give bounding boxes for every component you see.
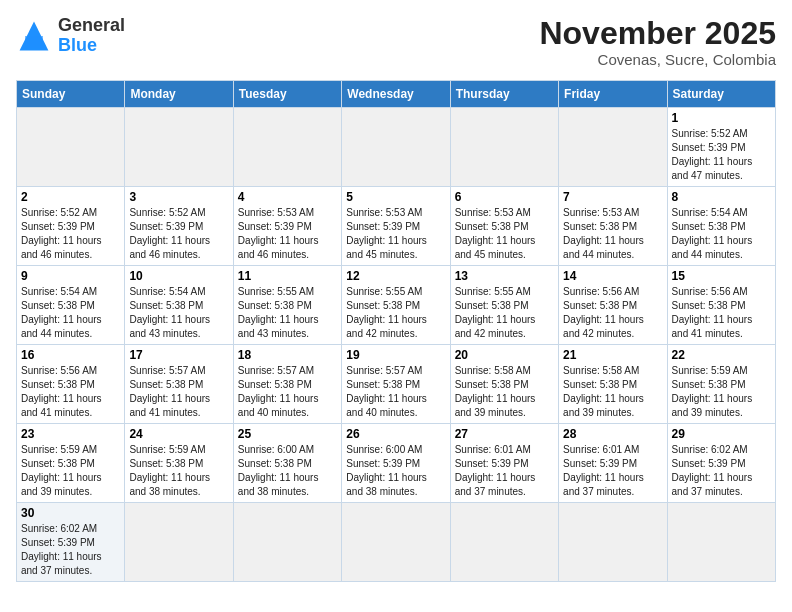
calendar-day-cell: 24Sunrise: 5:59 AM Sunset: 5:38 PM Dayli… xyxy=(125,424,233,503)
day-info: Sunrise: 5:59 AM Sunset: 5:38 PM Dayligh… xyxy=(129,443,228,499)
day-number: 21 xyxy=(563,348,662,362)
calendar-day-cell xyxy=(125,108,233,187)
day-number: 15 xyxy=(672,269,771,283)
day-info: Sunrise: 5:53 AM Sunset: 5:38 PM Dayligh… xyxy=(563,206,662,262)
day-number: 28 xyxy=(563,427,662,441)
calendar-day-cell: 20Sunrise: 5:58 AM Sunset: 5:38 PM Dayli… xyxy=(450,345,558,424)
calendar-day-cell: 16Sunrise: 5:56 AM Sunset: 5:38 PM Dayli… xyxy=(17,345,125,424)
day-info: Sunrise: 5:53 AM Sunset: 5:39 PM Dayligh… xyxy=(346,206,445,262)
day-number: 30 xyxy=(21,506,120,520)
day-number: 2 xyxy=(21,190,120,204)
svg-rect-1 xyxy=(25,36,43,49)
day-number: 10 xyxy=(129,269,228,283)
day-number: 11 xyxy=(238,269,337,283)
day-info: Sunrise: 5:53 AM Sunset: 5:38 PM Dayligh… xyxy=(455,206,554,262)
calendar-week-row: 30Sunrise: 6:02 AM Sunset: 5:39 PM Dayli… xyxy=(17,503,776,582)
day-info: Sunrise: 6:00 AM Sunset: 5:38 PM Dayligh… xyxy=(238,443,337,499)
day-info: Sunrise: 5:57 AM Sunset: 5:38 PM Dayligh… xyxy=(129,364,228,420)
day-number: 16 xyxy=(21,348,120,362)
day-number: 14 xyxy=(563,269,662,283)
day-info: Sunrise: 6:02 AM Sunset: 5:39 PM Dayligh… xyxy=(672,443,771,499)
weekday-header: Sunday xyxy=(17,81,125,108)
calendar-day-cell: 6Sunrise: 5:53 AM Sunset: 5:38 PM Daylig… xyxy=(450,187,558,266)
weekday-header: Thursday xyxy=(450,81,558,108)
calendar-week-row: 2Sunrise: 5:52 AM Sunset: 5:39 PM Daylig… xyxy=(17,187,776,266)
day-number: 19 xyxy=(346,348,445,362)
day-info: Sunrise: 5:54 AM Sunset: 5:38 PM Dayligh… xyxy=(21,285,120,341)
day-info: Sunrise: 5:55 AM Sunset: 5:38 PM Dayligh… xyxy=(238,285,337,341)
calendar-day-cell: 26Sunrise: 6:00 AM Sunset: 5:39 PM Dayli… xyxy=(342,424,450,503)
logo-icon xyxy=(16,18,52,54)
day-number: 3 xyxy=(129,190,228,204)
day-number: 27 xyxy=(455,427,554,441)
day-info: Sunrise: 5:55 AM Sunset: 5:38 PM Dayligh… xyxy=(455,285,554,341)
day-number: 26 xyxy=(346,427,445,441)
calendar-day-cell xyxy=(233,108,341,187)
day-number: 1 xyxy=(672,111,771,125)
calendar-day-cell: 21Sunrise: 5:58 AM Sunset: 5:38 PM Dayli… xyxy=(559,345,667,424)
calendar-day-cell: 15Sunrise: 5:56 AM Sunset: 5:38 PM Dayli… xyxy=(667,266,775,345)
calendar-day-cell: 12Sunrise: 5:55 AM Sunset: 5:38 PM Dayli… xyxy=(342,266,450,345)
location: Covenas, Sucre, Colombia xyxy=(539,51,776,68)
day-number: 17 xyxy=(129,348,228,362)
calendar-day-cell: 22Sunrise: 5:59 AM Sunset: 5:38 PM Dayli… xyxy=(667,345,775,424)
month-title: November 2025 xyxy=(539,16,776,51)
calendar-day-cell: 23Sunrise: 5:59 AM Sunset: 5:38 PM Dayli… xyxy=(17,424,125,503)
day-number: 8 xyxy=(672,190,771,204)
calendar-table: SundayMondayTuesdayWednesdayThursdayFrid… xyxy=(16,80,776,582)
day-number: 5 xyxy=(346,190,445,204)
day-info: Sunrise: 5:56 AM Sunset: 5:38 PM Dayligh… xyxy=(672,285,771,341)
logo: GeneralBlue xyxy=(16,16,125,56)
day-info: Sunrise: 5:54 AM Sunset: 5:38 PM Dayligh… xyxy=(672,206,771,262)
day-info: Sunrise: 5:53 AM Sunset: 5:39 PM Dayligh… xyxy=(238,206,337,262)
day-number: 13 xyxy=(455,269,554,283)
day-number: 7 xyxy=(563,190,662,204)
day-number: 22 xyxy=(672,348,771,362)
day-number: 9 xyxy=(21,269,120,283)
title-block: November 2025 Covenas, Sucre, Colombia xyxy=(539,16,776,68)
calendar-day-cell xyxy=(667,503,775,582)
calendar-day-cell xyxy=(342,108,450,187)
calendar-day-cell xyxy=(125,503,233,582)
calendar-week-row: 16Sunrise: 5:56 AM Sunset: 5:38 PM Dayli… xyxy=(17,345,776,424)
day-info: Sunrise: 6:01 AM Sunset: 5:39 PM Dayligh… xyxy=(455,443,554,499)
day-info: Sunrise: 5:57 AM Sunset: 5:38 PM Dayligh… xyxy=(238,364,337,420)
day-number: 25 xyxy=(238,427,337,441)
weekday-header: Tuesday xyxy=(233,81,341,108)
day-info: Sunrise: 6:02 AM Sunset: 5:39 PM Dayligh… xyxy=(21,522,120,578)
day-number: 23 xyxy=(21,427,120,441)
day-info: Sunrise: 5:52 AM Sunset: 5:39 PM Dayligh… xyxy=(672,127,771,183)
calendar-day-cell xyxy=(559,108,667,187)
calendar-day-cell: 29Sunrise: 6:02 AM Sunset: 5:39 PM Dayli… xyxy=(667,424,775,503)
day-info: Sunrise: 5:56 AM Sunset: 5:38 PM Dayligh… xyxy=(563,285,662,341)
calendar-day-cell xyxy=(342,503,450,582)
calendar-day-cell xyxy=(17,108,125,187)
day-number: 6 xyxy=(455,190,554,204)
calendar-week-row: 23Sunrise: 5:59 AM Sunset: 5:38 PM Dayli… xyxy=(17,424,776,503)
calendar-day-cell: 2Sunrise: 5:52 AM Sunset: 5:39 PM Daylig… xyxy=(17,187,125,266)
calendar-day-cell: 8Sunrise: 5:54 AM Sunset: 5:38 PM Daylig… xyxy=(667,187,775,266)
calendar-week-row: 9Sunrise: 5:54 AM Sunset: 5:38 PM Daylig… xyxy=(17,266,776,345)
page-header: GeneralBlue November 2025 Covenas, Sucre… xyxy=(16,16,776,68)
day-number: 20 xyxy=(455,348,554,362)
day-info: Sunrise: 6:01 AM Sunset: 5:39 PM Dayligh… xyxy=(563,443,662,499)
calendar-day-cell: 14Sunrise: 5:56 AM Sunset: 5:38 PM Dayli… xyxy=(559,266,667,345)
day-info: Sunrise: 5:59 AM Sunset: 5:38 PM Dayligh… xyxy=(21,443,120,499)
day-number: 29 xyxy=(672,427,771,441)
day-info: Sunrise: 5:58 AM Sunset: 5:38 PM Dayligh… xyxy=(563,364,662,420)
calendar-day-cell: 4Sunrise: 5:53 AM Sunset: 5:39 PM Daylig… xyxy=(233,187,341,266)
day-number: 18 xyxy=(238,348,337,362)
calendar-day-cell xyxy=(450,503,558,582)
day-info: Sunrise: 5:56 AM Sunset: 5:38 PM Dayligh… xyxy=(21,364,120,420)
weekday-header: Wednesday xyxy=(342,81,450,108)
calendar-day-cell: 17Sunrise: 5:57 AM Sunset: 5:38 PM Dayli… xyxy=(125,345,233,424)
calendar-week-row: 1Sunrise: 5:52 AM Sunset: 5:39 PM Daylig… xyxy=(17,108,776,187)
day-info: Sunrise: 5:52 AM Sunset: 5:39 PM Dayligh… xyxy=(21,206,120,262)
calendar-day-cell: 9Sunrise: 5:54 AM Sunset: 5:38 PM Daylig… xyxy=(17,266,125,345)
day-number: 24 xyxy=(129,427,228,441)
calendar-day-cell: 28Sunrise: 6:01 AM Sunset: 5:39 PM Dayli… xyxy=(559,424,667,503)
day-info: Sunrise: 5:58 AM Sunset: 5:38 PM Dayligh… xyxy=(455,364,554,420)
calendar-day-cell: 7Sunrise: 5:53 AM Sunset: 5:38 PM Daylig… xyxy=(559,187,667,266)
calendar-day-cell: 25Sunrise: 6:00 AM Sunset: 5:38 PM Dayli… xyxy=(233,424,341,503)
calendar-day-cell: 5Sunrise: 5:53 AM Sunset: 5:39 PM Daylig… xyxy=(342,187,450,266)
